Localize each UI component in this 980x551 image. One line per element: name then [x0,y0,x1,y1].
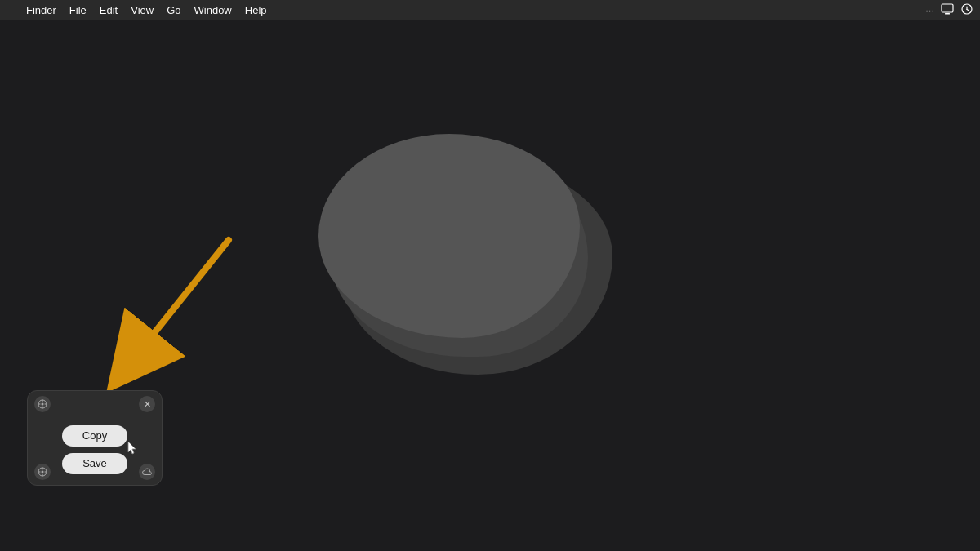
menu-clock [960,2,973,18]
go-menu[interactable]: Go [160,4,187,16]
popup-bottom-bar [28,459,162,485]
help-menu[interactable]: Help [238,4,274,16]
blob-shape [318,134,629,379]
svg-rect-0 [942,4,953,12]
menu-screen[interactable] [941,2,954,18]
finder-menu[interactable]: Finder [20,4,63,16]
edit-menu[interactable]: Edit [93,4,124,16]
svg-rect-1 [945,13,950,15]
svg-line-4 [967,9,969,11]
view-menu[interactable]: View [124,4,160,16]
file-menu[interactable]: File [63,4,93,16]
popup-compass-bottom-left[interactable] [34,464,51,480]
popup-top-bar: ✕ [28,391,162,417]
svg-point-7 [42,403,44,406]
popup-close-button[interactable]: ✕ [139,396,155,412]
arrow-indicator [106,232,253,395]
popup-cloud-icon[interactable] [139,464,155,480]
popup-widget: ✕ Copy Save [27,390,163,486]
svg-line-5 [131,240,229,362]
menu-right-area: ··· [925,2,973,18]
copy-button[interactable]: Copy [62,425,127,447]
svg-point-13 [42,471,44,473]
menu-bar: Finder File Edit View Go Window Help ··· [0,0,980,20]
desktop: ✕ Copy Save [0,20,980,551]
menu-dots[interactable]: ··· [925,4,934,16]
window-menu[interactable]: Window [188,4,238,16]
popup-compass-top-left[interactable] [34,396,51,412]
